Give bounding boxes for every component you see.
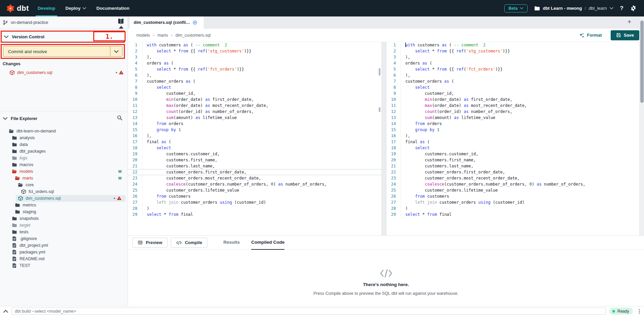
scroll-mark[interactable] — [379, 107, 380, 112]
tree-item-macros[interactable]: macros — [0, 161, 128, 168]
nav-item-develop[interactable]: Develop — [38, 0, 56, 16]
code-line: 29select * from final — [386, 211, 639, 218]
format-button[interactable]: Format — [579, 33, 602, 38]
tree-item-dim_customers.sql[interactable]: dim_customers.sql — [16, 195, 126, 202]
results-tabs: ResultsCompiled Code — [223, 236, 284, 250]
line-number: 28 — [386, 205, 401, 211]
search-icon[interactable] — [117, 115, 123, 121]
changed-file-dim_customers.sql[interactable]: dim_customers.sql — [0, 69, 128, 76]
code-line: 24 coalesce(customer_orders.number_of_or… — [128, 181, 381, 187]
code-line: 12 count(order_id) as number_of_orders, — [386, 109, 639, 115]
code-line: 19 customers.customer_id, — [128, 151, 381, 157]
project-name: dbt_learn — [588, 6, 607, 11]
line-number: 14 — [386, 121, 401, 127]
command-input[interactable]: dbt build --select <model_name> — [11, 308, 606, 315]
dbt-logo[interactable]: dbt — [0, 3, 38, 13]
tree-item-.gitignore[interactable]: .gitignore — [0, 235, 128, 242]
commit-button-label[interactable]: Commit and resolve — [3, 46, 110, 56]
editor-pane-right[interactable]: 1with customers as ( -- comment 22 selec… — [386, 42, 639, 235]
line-number: 3 — [128, 54, 142, 60]
compile-label: Compile — [185, 240, 202, 245]
empty-state-subtitle: Press Compile above to preview the SQL d… — [313, 291, 459, 296]
new-tab-button[interactable]: + — [628, 18, 631, 26]
chevron-down-icon — [520, 7, 523, 9]
code-line: 5 select * from {{ ref('fct_orders')}} — [386, 66, 639, 72]
line-number: 7 — [128, 78, 142, 84]
tree-item-snapshots[interactable]: snapshots — [0, 215, 128, 222]
panel-tab-results[interactable]: Results — [223, 236, 240, 250]
command-bar: dbt build --select <model_name> Ready ⋮ — [0, 306, 644, 316]
tree-item-label: target — [20, 223, 30, 228]
line-number: 12 — [386, 109, 401, 115]
tree-item-label: dbt-learn-on-demand — [16, 129, 56, 133]
tree-item-staging[interactable]: staging — [0, 208, 128, 215]
scroll-mark[interactable] — [379, 68, 380, 76]
docs-book-icon[interactable] — [117, 18, 125, 25]
nav-item-deploy[interactable]: Deploy — [65, 0, 86, 16]
panel-tab-compiled-code[interactable]: Compiled Code — [251, 236, 284, 250]
tree-item-fct_orders.sql[interactable]: fct_orders.sql — [0, 188, 128, 195]
tree-item-dbt-learn-on-demand[interactable]: dbt-learn-on-demand — [0, 128, 128, 134]
tree-item-label: metrics — [23, 203, 36, 207]
compile-button[interactable]: Compile — [171, 238, 207, 248]
line-number: 13 — [128, 115, 142, 121]
file-explorer-header[interactable]: File Explorer — [0, 114, 128, 123]
tree-item-README.md[interactable]: README.md — [0, 255, 128, 262]
scrollbar-track[interactable] — [639, 16, 644, 235]
code-line: 4orders as ( — [386, 60, 639, 66]
kebab-menu-icon[interactable]: ⋮ — [637, 310, 642, 312]
beta-label: Beta — [508, 6, 517, 11]
breadcrumb-item-marts[interactable]: marts — [158, 33, 168, 38]
beta-button[interactable]: Beta — [504, 4, 528, 12]
line-number: 1 — [128, 42, 142, 48]
line-number: 5 — [386, 66, 401, 72]
tree-item-data[interactable]: data — [0, 141, 128, 148]
tree-item-TEST[interactable]: TEST — [0, 262, 128, 269]
preview-button[interactable]: Preview — [132, 238, 168, 248]
code-line: 23 customer_orders.most_recent_order_dat… — [386, 175, 639, 181]
status-badge: Ready — [609, 308, 633, 315]
tree-item-logs[interactable]: logs — [0, 155, 128, 161]
line-number: 1 — [386, 42, 401, 48]
tree-item-marts[interactable]: martsM — [0, 175, 128, 182]
code-line: 15 group by 1 — [128, 127, 381, 133]
code-line: 2 select * from {{ ref('stg_customers')}… — [386, 48, 639, 54]
line-number: 16 — [386, 133, 401, 139]
tree-item-dbt_project.yml[interactable]: dbt_project.yml — [0, 242, 128, 249]
tree-item-models[interactable]: modelsM — [0, 168, 128, 175]
file-tree: dbt-learn-on-demandanalysisdatadbt_packa… — [0, 128, 128, 269]
tree-item-core[interactable]: core — [0, 182, 128, 188]
tree-item-packages.yml[interactable]: packages.yml — [0, 249, 128, 255]
account-switcher[interactable]: dbt Learn - mwong / dbt_learn — [534, 6, 613, 11]
code-line: 23 customer_orders.most_recent_order_dat… — [128, 175, 381, 181]
code-line: 10 min(order_date) as first_order_date, — [128, 96, 381, 103]
editor-tab-bar: dim_customers.sql (confli… + — [128, 16, 644, 29]
tree-item-dbt_packages[interactable]: dbt_packages — [0, 148, 128, 155]
code-icon — [176, 241, 182, 245]
split-divider[interactable] — [381, 42, 386, 235]
commit-and-resolve-button[interactable]: Commit and resolve — [3, 46, 123, 57]
nav-item-documentation[interactable]: Documentation — [96, 0, 129, 16]
line-number: 5 — [128, 66, 142, 72]
chevron-up-icon[interactable] — [3, 310, 8, 313]
branch-selector[interactable]: on-demand-practice — [0, 16, 128, 29]
code-line: 3), — [386, 54, 639, 60]
breadcrumb-item-models[interactable]: models — [136, 33, 150, 38]
tree-item-metrics[interactable]: metrics — [0, 202, 128, 208]
editor-pane-left[interactable]: 1with customers as ( -- comment 22 selec… — [128, 42, 381, 235]
breadcrumb-item-dim_customers.sql[interactable]: dim_customers.sql — [175, 33, 210, 38]
code-line: 5 select * from {{ ref('fct_orders')}} — [128, 66, 381, 72]
code-line: 25 customer_orders.lifetime_value — [128, 187, 381, 193]
gear-icon[interactable] — [630, 5, 637, 11]
scrollbar-thumb[interactable] — [640, 21, 644, 103]
help-icon[interactable]: ? — [620, 5, 623, 12]
code-line: 12 count(order_id) as number_of_orders, — [128, 109, 381, 115]
tree-item-target[interactable]: target — [0, 222, 128, 229]
commit-dropdown-button[interactable] — [110, 46, 122, 56]
save-button[interactable]: Save — [611, 30, 639, 40]
tree-item-analysis[interactable]: analysis — [0, 134, 128, 141]
tree-item-tests[interactable]: tests — [0, 229, 128, 235]
tab-dim-customers[interactable]: dim_customers.sql (confli… — [130, 16, 204, 29]
empty-state: There's nothing here. Press Compile abov… — [128, 269, 644, 296]
line-number: 28 — [128, 205, 142, 211]
